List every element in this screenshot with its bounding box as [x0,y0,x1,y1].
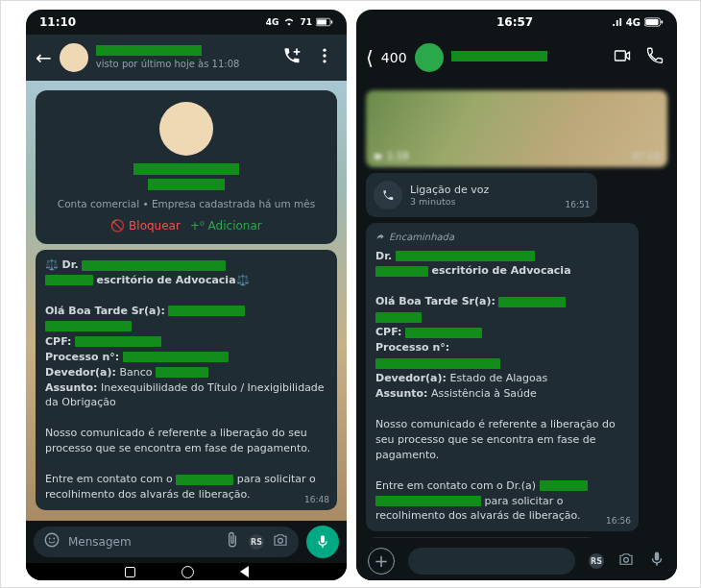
chat-header: ⟨ 400 [356,35,677,81]
phone-right: 16:57 .ıl 4G ⟨ 400 1:19 07:19 Ligação de… [356,10,677,580]
redacted [168,306,245,316]
redacted [375,496,481,506]
block-button[interactable]: 🚫 Bloquear [110,219,181,233]
business-phone-redacted [148,179,225,190]
business-name-redacted [133,163,239,175]
svg-point-13 [624,557,629,562]
status-icons: 4G 71 [266,17,333,27]
svg-point-7 [49,538,51,540]
call-icon [374,181,402,209]
voice-call-log[interactable]: Ligação de voz 10 segundos 16:56 [366,537,597,538]
redacted [405,328,482,338]
video-message[interactable]: 1:19 07:19 [366,90,667,167]
chat-title-area[interactable]: visto por último hoje às 11:08 [96,45,272,70]
svg-point-5 [323,60,326,62]
svg-rect-12 [662,20,664,23]
redacted [498,297,566,307]
redacted [176,475,233,485]
unread-count: 400 [381,50,407,65]
recents-button[interactable] [125,567,135,577]
redacted [375,358,500,369]
battery-icon [644,17,664,27]
phone-left: 11:10 4G 71 ← visto por último hoje às 1… [26,10,347,580]
network-label: 4G [626,17,641,28]
input-bar: Mensagem RS [26,521,347,563]
message-input[interactable] [408,548,575,575]
svg-point-8 [53,538,55,540]
camera-icon[interactable] [272,531,289,552]
payment-icon[interactable]: RS [249,534,264,550]
voice-call-title: Ligação de voz [410,184,489,196]
back-button[interactable]: ⟨ [366,46,374,69]
video-call-icon[interactable] [610,46,635,69]
redacted [123,352,229,362]
voice-call-icon[interactable] [642,46,667,69]
chat-body[interactable]: 1:19 07:19 Ligação de voz 3 minutos 16:5… [356,81,677,538]
message-time: 16:48 [304,494,329,506]
battery-icon [316,17,333,27]
forwarded-label: Encaminhada [375,231,629,245]
media-duration: 1:19 [374,151,408,161]
add-call-icon[interactable] [279,46,304,69]
svg-rect-1 [317,19,326,24]
network-label: 4G [266,17,279,27]
redacted [82,260,226,271]
contact-name-redacted [451,51,547,61]
status-time: 16:57 [496,15,533,29]
business-card: Conta comercial • Empresa cadastrada há … [36,90,337,244]
battery-level: 71 [300,17,312,27]
status-icons: .ıl 4G [612,17,664,28]
svg-point-4 [323,54,326,57]
voice-call-time: 16:51 [565,200,590,209]
back-button-nav[interactable] [240,566,249,577]
business-avatar [159,102,213,156]
redacted [75,336,161,347]
redacted [375,312,422,323]
chat-title-area[interactable] [451,51,602,64]
svg-rect-2 [331,21,333,24]
svg-point-6 [45,533,59,547]
media-time: 07:19 [632,151,660,161]
wifi-icon [282,17,296,27]
chat-header: ← visto por último hoje às 11:08 [26,35,347,81]
emoji-icon[interactable] [43,531,60,552]
input-bar: + RS [356,542,677,580]
back-button[interactable]: ← [36,46,52,69]
add-contact-button[interactable]: +⁰ Adicionar [190,219,262,233]
home-button[interactable] [181,566,194,578]
plus-button[interactable]: + [368,548,395,575]
camera-icon[interactable] [617,551,635,572]
contact-name-redacted [96,45,202,56]
chat-body[interactable]: Conta comercial • Empresa cadastrada há … [26,81,347,521]
svg-rect-11 [645,19,658,25]
avatar[interactable] [60,43,88,72]
status-bar: 11:10 4G 71 [26,10,347,35]
business-info: Conta comercial • Empresa cadastrada há … [45,198,327,209]
redacted [45,275,93,285]
status-bar: 16:57 .ıl 4G [356,10,677,35]
voice-call-duration: 3 minutos [410,196,489,207]
message-input[interactable]: Mensagem RS [34,527,299,557]
redacted [375,266,428,277]
redacted [540,480,588,491]
voice-call-log[interactable]: Ligação de voz 3 minutos 16:51 [366,173,597,217]
attach-icon[interactable] [224,531,241,552]
android-navbar [26,563,347,580]
status-time: 11:10 [39,15,76,29]
message-bubble[interactable]: Encaminhada Dr. escritório de Advocacia … [366,223,639,531]
overflow-menu-icon[interactable] [312,46,337,69]
redacted [156,367,208,378]
redacted [45,321,132,331]
svg-point-9 [278,538,283,543]
mic-button[interactable] [306,526,339,558]
input-placeholder: Mensagem [68,535,132,549]
redacted [396,251,535,261]
svg-point-3 [323,49,326,52]
avatar[interactable] [415,43,444,72]
payment-icon[interactable]: RS [589,553,604,569]
message-bubble[interactable]: ⚖️ Dr. escritório de Advocacia⚖️ Olá Boa… [36,250,337,510]
mic-icon[interactable] [648,551,665,572]
last-seen: visto por último hoje às 11:08 [96,59,272,70]
message-time: 16:56 [606,515,631,527]
